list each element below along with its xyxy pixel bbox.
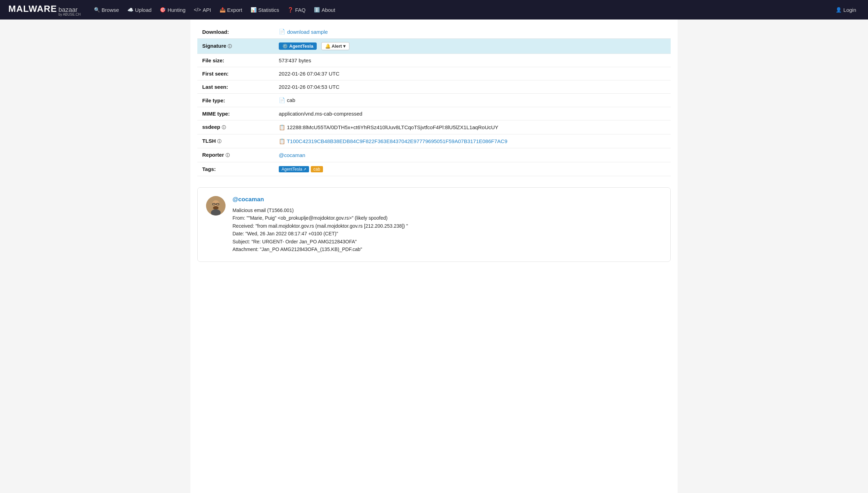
comment-line: Date: "Wed, 26 Jan 2022 08:17:47 +0100 (… xyxy=(232,230,408,237)
table-row: File size:573'437 bytes xyxy=(197,54,671,67)
row-value: 573'437 bytes xyxy=(274,54,671,67)
main-nav: MALWARE bazaar by ABUSE.CH 🔍 Browse ☁️ U… xyxy=(0,0,868,19)
signature-badge: ⚙️ AgentTesla xyxy=(279,42,317,50)
row-value: application/vnd.ms-cab-compressed xyxy=(274,107,671,120)
table-row: File type:📄 cab xyxy=(197,94,671,107)
row-label: File type: xyxy=(202,97,225,103)
nav-login[interactable]: 👤 Login xyxy=(832,5,860,15)
file-icon: 📄 xyxy=(279,97,285,103)
user-icon: 👤 xyxy=(836,7,842,13)
faq-icon: ❓ xyxy=(287,7,293,13)
row-label: Signature xyxy=(202,43,226,49)
comment-box: @cocaman Malicious email (T1566.001)From… xyxy=(197,187,671,262)
comment-user[interactable]: @cocaman xyxy=(232,196,408,203)
help-icon[interactable]: ⓘ xyxy=(222,125,226,130)
row-label: First seen: xyxy=(202,71,229,77)
row-label: File size: xyxy=(202,57,224,63)
copy-icon: 📋 xyxy=(279,138,285,144)
statistics-icon: 📊 xyxy=(251,7,257,13)
comment-content: @cocaman Malicious email (T1566.001)From… xyxy=(232,196,408,253)
row-label: Tags: xyxy=(202,166,216,172)
file-info-table: Download:📄 download sampleSignature ⓘ ⚙️… xyxy=(197,25,671,176)
nav-faq[interactable]: ❓ FAQ xyxy=(284,5,309,15)
svg-point-2 xyxy=(213,206,219,210)
table-row: ssdeep ⓘ📋 12288:8lMcU55TA/0DTH5x+ct6YhRS… xyxy=(197,120,671,134)
row-value: 2022-01-26 07:04:37 UTC xyxy=(274,67,671,80)
reporter-link[interactable]: @cocaman xyxy=(279,152,305,158)
download-link[interactable]: 📄 download sample xyxy=(279,29,328,35)
table-row: Reporter ⓘ@cocaman xyxy=(197,148,671,162)
table-row: Signature ⓘ ⚙️ AgentTesla 🔔 Alert ▾ xyxy=(197,39,671,54)
row-label: Last seen: xyxy=(202,84,228,90)
nav-export[interactable]: 📤 Export xyxy=(216,5,246,15)
row-value: 2022-01-26 07:04:53 UTC xyxy=(274,80,671,94)
table-row: TLSH ⓘ📋 T100C42319CB48B38EDB84C9F822F363… xyxy=(197,134,671,148)
row-label: Download: xyxy=(202,29,229,35)
tag-cab[interactable]: cab xyxy=(311,166,323,172)
row-label: ssdeep xyxy=(202,124,220,130)
site-logo: MALWARE bazaar by ABUSE.CH xyxy=(8,3,81,16)
row-label: Reporter xyxy=(202,152,224,158)
comment-line: Malicious email (T1566.001) xyxy=(232,206,408,214)
comment-line: Received: "from mail.mojdoktor.gov.rs (m… xyxy=(232,222,408,230)
logo-malware: MALWARE xyxy=(8,3,57,14)
nav-about[interactable]: ℹ️ About xyxy=(310,5,339,15)
nav-api[interactable]: </> API xyxy=(190,5,214,15)
nav-upload[interactable]: ☁️ Upload xyxy=(124,5,155,15)
copy-icon: 📋 xyxy=(279,124,285,130)
alert-button[interactable]: 🔔 Alert ▾ xyxy=(321,42,349,50)
search-icon: 🔍 xyxy=(94,7,100,13)
help-icon[interactable]: ⓘ xyxy=(217,139,221,144)
table-row: Tags:AgentTesla ↗ cab xyxy=(197,162,671,176)
table-row: Last seen:2022-01-26 07:04:53 UTC xyxy=(197,80,671,94)
logo-abuse: by ABUSE.CH xyxy=(58,13,81,16)
about-icon: ℹ️ xyxy=(314,7,320,13)
ssdeep-value: 12288:8lMcU55TA/0DTH5x+ct6YhRSz410lUuv8L… xyxy=(287,124,498,130)
comment-text: Malicious email (T1566.001)From: ""Marie… xyxy=(232,206,408,253)
row-label: MIME type: xyxy=(202,111,230,117)
nav-hunting[interactable]: 🎯 Hunting xyxy=(156,5,189,15)
help-icon[interactable]: ⓘ xyxy=(228,44,232,49)
help-icon[interactable]: ⓘ xyxy=(226,153,230,158)
download-icon: 📄 xyxy=(279,29,285,35)
nav-browse[interactable]: 🔍 Browse xyxy=(90,5,123,15)
upload-icon: ☁️ xyxy=(127,7,133,13)
main-content: Download:📄 download sampleSignature ⓘ ⚙️… xyxy=(190,19,678,493)
comment-line: Attachment: "Jan_PO AMG212843OFA_(135.KB… xyxy=(232,245,408,253)
avatar xyxy=(206,196,226,216)
table-row: Download:📄 download sample xyxy=(197,25,671,39)
table-row: MIME type:application/vnd.ms-cab-compres… xyxy=(197,107,671,120)
hunting-icon: 🎯 xyxy=(160,7,166,13)
comment-line: Subject: "Re: URGENT- Order Jan_PO AMG21… xyxy=(232,238,408,245)
tlsh-link[interactable]: T100C42319CB48B38EDB84C9F822F363E8437042… xyxy=(287,138,507,144)
nav-statistics[interactable]: 📊 Statistics xyxy=(247,5,283,15)
export-icon: 📤 xyxy=(220,7,226,13)
row-label: TLSH xyxy=(202,138,216,144)
comment-line: From: ""Marie, Puig" <ob_prokuplje@mojdo… xyxy=(232,214,408,222)
agent-icon: ⚙️ xyxy=(282,44,288,49)
logo-bazaar: bazaar xyxy=(58,7,81,13)
api-icon: </> xyxy=(194,7,201,13)
table-row: First seen:2022-01-26 07:04:37 UTC xyxy=(197,67,671,80)
file-type-value: cab xyxy=(287,97,295,103)
tag-agent-tesla[interactable]: AgentTesla ↗ xyxy=(279,166,309,172)
